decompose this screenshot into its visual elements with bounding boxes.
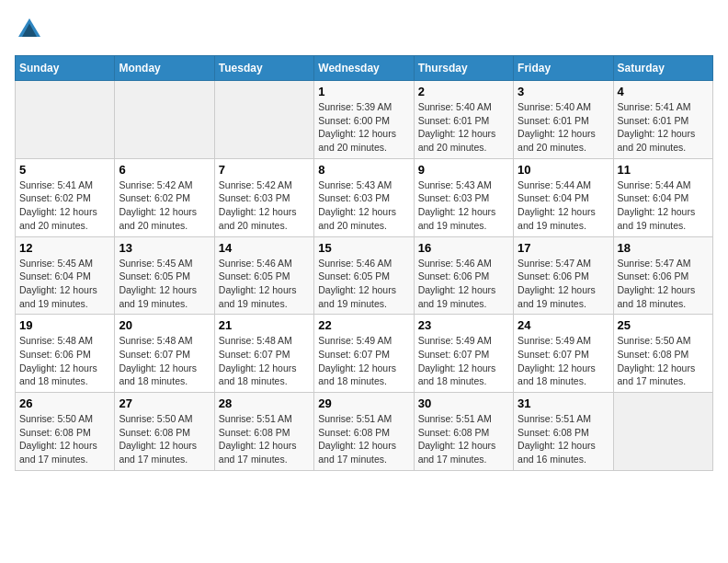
weekday-header-wednesday: Wednesday [314, 56, 414, 81]
day-cell: 31Sunrise: 5:51 AM Sunset: 6:08 PM Dayli… [514, 393, 613, 471]
day-info: Sunrise: 5:42 AM Sunset: 6:03 PM Dayligh… [219, 178, 310, 233]
day-cell: 17Sunrise: 5:47 AM Sunset: 6:06 PM Dayli… [514, 236, 613, 315]
day-number: 8 [318, 163, 409, 177]
day-number: 28 [219, 396, 310, 410]
day-cell: 29Sunrise: 5:51 AM Sunset: 6:08 PM Dayli… [314, 393, 414, 471]
weekday-header-sunday: Sunday [16, 56, 115, 81]
day-number: 29 [318, 396, 409, 410]
day-cell: 6Sunrise: 5:42 AM Sunset: 6:02 PM Daylig… [115, 158, 214, 236]
day-number: 5 [19, 163, 110, 177]
day-cell: 3Sunrise: 5:40 AM Sunset: 6:01 PM Daylig… [514, 81, 613, 159]
day-info: Sunrise: 5:42 AM Sunset: 6:02 PM Dayligh… [119, 178, 210, 233]
week-row-1: 1Sunrise: 5:39 AM Sunset: 6:00 PM Daylig… [16, 81, 713, 159]
day-cell: 8Sunrise: 5:43 AM Sunset: 6:03 PM Daylig… [314, 158, 414, 236]
day-number: 12 [19, 241, 110, 255]
day-cell: 4Sunrise: 5:41 AM Sunset: 6:01 PM Daylig… [613, 81, 712, 159]
day-cell: 21Sunrise: 5:48 AM Sunset: 6:07 PM Dayli… [214, 315, 313, 393]
day-number: 15 [318, 241, 409, 255]
day-info: Sunrise: 5:45 AM Sunset: 6:04 PM Dayligh… [19, 257, 110, 311]
day-cell: 5Sunrise: 5:41 AM Sunset: 6:02 PM Daylig… [16, 158, 115, 236]
day-cell: 11Sunrise: 5:44 AM Sunset: 6:04 PM Dayli… [613, 158, 712, 236]
weekday-row: SundayMondayTuesdayWednesdayThursdayFrid… [16, 56, 713, 81]
logo-icon [15, 15, 44, 44]
day-number: 2 [418, 85, 509, 98]
day-info: Sunrise: 5:51 AM Sunset: 6:08 PM Dayligh… [219, 412, 310, 466]
day-number: 7 [219, 163, 310, 177]
day-cell: 25Sunrise: 5:50 AM Sunset: 6:08 PM Dayli… [613, 315, 712, 393]
week-row-4: 19Sunrise: 5:48 AM Sunset: 6:06 PM Dayli… [16, 315, 713, 393]
day-info: Sunrise: 5:39 AM Sunset: 6:00 PM Dayligh… [318, 100, 409, 155]
logo [15, 15, 50, 44]
week-row-2: 5Sunrise: 5:41 AM Sunset: 6:02 PM Daylig… [16, 158, 713, 236]
weekday-header-friday: Friday [514, 56, 613, 81]
day-cell [613, 393, 712, 471]
day-number: 22 [318, 318, 409, 332]
day-info: Sunrise: 5:51 AM Sunset: 6:08 PM Dayligh… [318, 412, 409, 466]
day-info: Sunrise: 5:40 AM Sunset: 6:01 PM Dayligh… [418, 100, 509, 155]
day-number: 13 [119, 241, 210, 255]
day-cell: 16Sunrise: 5:46 AM Sunset: 6:06 PM Dayli… [414, 236, 513, 315]
day-info: Sunrise: 5:45 AM Sunset: 6:05 PM Dayligh… [119, 257, 210, 311]
day-cell: 2Sunrise: 5:40 AM Sunset: 6:01 PM Daylig… [414, 81, 513, 159]
day-cell: 30Sunrise: 5:51 AM Sunset: 6:08 PM Dayli… [414, 393, 513, 471]
day-cell: 22Sunrise: 5:49 AM Sunset: 6:07 PM Dayli… [314, 315, 414, 393]
day-number: 23 [418, 318, 509, 332]
day-number: 31 [518, 396, 609, 410]
day-info: Sunrise: 5:50 AM Sunset: 6:08 PM Dayligh… [618, 334, 709, 388]
day-number: 20 [119, 318, 210, 332]
day-number: 4 [618, 85, 709, 98]
day-info: Sunrise: 5:44 AM Sunset: 6:04 PM Dayligh… [618, 178, 709, 233]
day-info: Sunrise: 5:51 AM Sunset: 6:08 PM Dayligh… [518, 412, 609, 466]
weekday-header-monday: Monday [115, 56, 214, 81]
day-info: Sunrise: 5:44 AM Sunset: 6:04 PM Dayligh… [518, 178, 609, 233]
day-info: Sunrise: 5:49 AM Sunset: 6:07 PM Dayligh… [418, 334, 509, 388]
day-cell: 10Sunrise: 5:44 AM Sunset: 6:04 PM Dayli… [514, 158, 613, 236]
day-number: 6 [119, 163, 210, 177]
day-info: Sunrise: 5:46 AM Sunset: 6:05 PM Dayligh… [219, 257, 310, 311]
day-info: Sunrise: 5:40 AM Sunset: 6:01 PM Dayligh… [518, 100, 609, 155]
day-info: Sunrise: 5:43 AM Sunset: 6:03 PM Dayligh… [318, 178, 409, 233]
day-cell: 1Sunrise: 5:39 AM Sunset: 6:00 PM Daylig… [314, 81, 414, 159]
day-cell: 28Sunrise: 5:51 AM Sunset: 6:08 PM Dayli… [214, 393, 313, 471]
calendar-body: 1Sunrise: 5:39 AM Sunset: 6:00 PM Daylig… [16, 81, 713, 471]
day-cell [16, 81, 115, 159]
day-cell: 27Sunrise: 5:50 AM Sunset: 6:08 PM Dayli… [115, 393, 214, 471]
day-number: 21 [219, 318, 310, 332]
day-number: 1 [318, 85, 409, 98]
day-number: 3 [518, 85, 609, 98]
week-row-5: 26Sunrise: 5:50 AM Sunset: 6:08 PM Dayli… [16, 393, 713, 471]
day-info: Sunrise: 5:41 AM Sunset: 6:02 PM Dayligh… [19, 178, 110, 233]
day-cell: 13Sunrise: 5:45 AM Sunset: 6:05 PM Dayli… [115, 236, 214, 315]
day-info: Sunrise: 5:46 AM Sunset: 6:05 PM Dayligh… [318, 257, 409, 311]
day-info: Sunrise: 5:50 AM Sunset: 6:08 PM Dayligh… [119, 412, 210, 466]
day-number: 18 [618, 241, 709, 255]
day-info: Sunrise: 5:48 AM Sunset: 6:07 PM Dayligh… [119, 334, 210, 388]
day-info: Sunrise: 5:50 AM Sunset: 6:08 PM Dayligh… [19, 412, 110, 466]
day-number: 11 [618, 163, 709, 177]
day-info: Sunrise: 5:47 AM Sunset: 6:06 PM Dayligh… [518, 257, 609, 311]
day-cell: 26Sunrise: 5:50 AM Sunset: 6:08 PM Dayli… [16, 393, 115, 471]
day-number: 19 [19, 318, 110, 332]
page-header [15, 15, 713, 44]
day-number: 16 [418, 241, 509, 255]
day-info: Sunrise: 5:43 AM Sunset: 6:03 PM Dayligh… [418, 178, 509, 233]
day-number: 9 [418, 163, 509, 177]
day-cell: 14Sunrise: 5:46 AM Sunset: 6:05 PM Dayli… [214, 236, 313, 315]
day-cell [214, 81, 313, 159]
day-number: 26 [19, 396, 110, 410]
day-number: 17 [518, 241, 609, 255]
day-cell: 12Sunrise: 5:45 AM Sunset: 6:04 PM Dayli… [16, 236, 115, 315]
day-info: Sunrise: 5:49 AM Sunset: 6:07 PM Dayligh… [318, 334, 409, 388]
day-number: 14 [219, 241, 310, 255]
day-info: Sunrise: 5:47 AM Sunset: 6:06 PM Dayligh… [618, 257, 709, 311]
day-number: 24 [518, 318, 609, 332]
day-cell: 7Sunrise: 5:42 AM Sunset: 6:03 PM Daylig… [214, 158, 313, 236]
day-cell: 15Sunrise: 5:46 AM Sunset: 6:05 PM Dayli… [314, 236, 414, 315]
day-info: Sunrise: 5:48 AM Sunset: 6:07 PM Dayligh… [219, 334, 310, 388]
week-row-3: 12Sunrise: 5:45 AM Sunset: 6:04 PM Dayli… [16, 236, 713, 315]
day-cell: 20Sunrise: 5:48 AM Sunset: 6:07 PM Dayli… [115, 315, 214, 393]
day-cell: 23Sunrise: 5:49 AM Sunset: 6:07 PM Dayli… [414, 315, 513, 393]
day-number: 10 [518, 163, 609, 177]
day-info: Sunrise: 5:51 AM Sunset: 6:08 PM Dayligh… [418, 412, 509, 466]
weekday-header-thursday: Thursday [414, 56, 513, 81]
